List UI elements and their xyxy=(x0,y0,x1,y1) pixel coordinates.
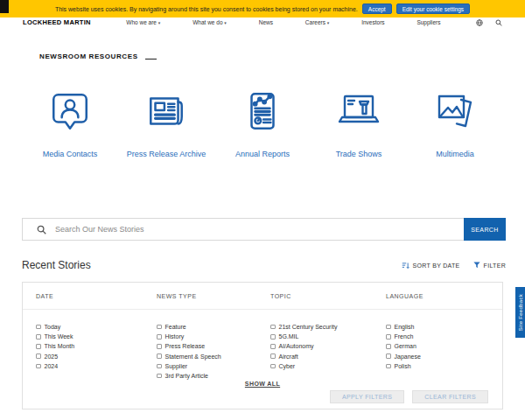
filter-option-21st-century-security[interactable]: 21st Century Security xyxy=(270,322,337,332)
filter-option-label: 3rd Party Article xyxy=(165,373,208,379)
lockheed-martin-logo[interactable]: LOCKHEED MARTIN xyxy=(23,18,91,26)
nav-item-who-we-are[interactable]: Who we are ▾ xyxy=(126,19,160,25)
filter-option-supplier[interactable]: Supplier xyxy=(157,361,221,371)
filter-option-feature[interactable]: Feature xyxy=(157,322,221,332)
apply-filters-button[interactable]: APPLY FILTERS xyxy=(330,390,404,403)
checkbox[interactable] xyxy=(36,325,41,330)
cookie-message: This website uses cookies. By navigating… xyxy=(55,6,358,12)
checkbox[interactable] xyxy=(270,325,276,330)
filter-option-label: 2025 xyxy=(45,354,59,360)
nav-item-what-we-do[interactable]: What we do ▾ xyxy=(192,19,227,25)
checkbox[interactable] xyxy=(157,334,162,340)
filter-option-history[interactable]: History xyxy=(157,332,221,341)
checkbox[interactable] xyxy=(270,364,276,369)
filter-option-2025[interactable]: 2025 xyxy=(36,352,74,361)
nav-item-investors[interactable]: Investors xyxy=(361,19,384,25)
filter-column-header: DATE xyxy=(36,293,74,299)
recent-stories-title: Recent Stories xyxy=(22,259,91,271)
checkbox[interactable] xyxy=(386,354,391,359)
filter-label: FILTER xyxy=(484,262,506,269)
filter-option-press-release[interactable]: Press Release xyxy=(157,341,221,351)
cookie-accept-button[interactable]: Accept xyxy=(362,4,392,14)
filter-option-label: Today xyxy=(45,324,61,330)
site-feedback-tab[interactable]: Site Feedback xyxy=(515,287,525,338)
filter-column-date: DATETodayThis WeekThis Month20252024 xyxy=(36,293,74,371)
filter-option-french[interactable]: French xyxy=(386,332,424,341)
resource-label: Multimedia xyxy=(410,149,500,159)
checkbox[interactable] xyxy=(386,334,391,340)
clear-filters-button[interactable]: CLEAR FILTERS xyxy=(412,390,488,403)
search-input[interactable] xyxy=(55,219,464,240)
filter-option-3rd-party-article[interactable]: 3rd Party Article xyxy=(157,371,221,381)
checkbox[interactable] xyxy=(157,325,162,330)
filter-option-label: English xyxy=(395,324,415,330)
filter-column-topic: TOPIC21st Century Security5G.MILAI/Auton… xyxy=(270,293,337,371)
globe-icon[interactable] xyxy=(476,19,483,26)
trade-shows-icon xyxy=(313,88,404,135)
filter-option-ai-autonomy[interactable]: AI/Autonomy xyxy=(270,341,337,351)
top-nav: LOCKHEED MARTIN Who we are ▾What we do ▾… xyxy=(0,18,525,27)
checkbox[interactable] xyxy=(386,325,391,330)
nav-item-news[interactable]: News xyxy=(259,19,273,25)
filter-option-label: Press Release xyxy=(165,343,206,349)
search-button[interactable]: SEARCH xyxy=(464,218,506,241)
annual-reports-icon xyxy=(217,88,308,135)
filter-option-german[interactable]: German xyxy=(386,341,424,351)
resource-trade-shows[interactable]: Trade Shows xyxy=(313,88,404,171)
nav-item-careers[interactable]: Careers ▾ xyxy=(305,19,329,25)
resource-annual-reports[interactable]: Annual Reports xyxy=(217,88,308,171)
chevron-down-icon: ▾ xyxy=(327,20,330,25)
checkbox[interactable] xyxy=(157,344,162,349)
filter-option-5g-mil[interactable]: 5G.MIL xyxy=(270,332,337,341)
filter-panel-buttons: APPLY FILTERS CLEAR FILTERS xyxy=(330,390,488,403)
filter-option-polish[interactable]: Polish xyxy=(386,361,424,371)
checkbox[interactable] xyxy=(386,364,391,369)
filter-option-today[interactable]: Today xyxy=(36,322,74,332)
nav-item-suppliers[interactable]: Suppliers xyxy=(416,19,440,25)
checkbox[interactable] xyxy=(36,364,41,369)
checkbox[interactable] xyxy=(270,334,276,340)
filter-option-this-month[interactable]: This Month xyxy=(36,341,74,351)
press-release-archive-icon xyxy=(121,88,212,135)
resource-media-contacts[interactable]: Media Contacts xyxy=(24,88,116,171)
filter-control[interactable]: FILTER xyxy=(473,262,506,269)
nav-search-icon[interactable] xyxy=(495,19,502,26)
filter-option-list: EnglishFrenchGermanJapanesePolish xyxy=(386,322,424,371)
filter-option-this-week[interactable]: This Week xyxy=(36,332,74,341)
checkbox[interactable] xyxy=(270,354,276,359)
filter-option-english[interactable]: English xyxy=(386,322,424,332)
checkbox[interactable] xyxy=(36,354,41,359)
sort-by-date-control[interactable]: SORT BY DATE xyxy=(402,262,460,270)
filter-column-language: LANGUAGEEnglishFrenchGermanJapanesePolis… xyxy=(386,293,424,371)
show-all-link[interactable]: SHOW ALL xyxy=(245,381,280,387)
chevron-down-icon: ▾ xyxy=(224,20,227,25)
recent-stories-controls: SORT BY DATE FILTER xyxy=(402,262,506,270)
recent-stories-header: Recent Stories SORT BY DATE FILTER xyxy=(22,257,506,273)
cookie-banner: This website uses cookies. By navigating… xyxy=(0,0,525,18)
checkbox[interactable] xyxy=(157,374,162,379)
filter-option-label: This Week xyxy=(45,333,74,340)
chevron-down-icon: ▾ xyxy=(158,20,161,25)
filter-option-statement-speech[interactable]: Statement & Speech xyxy=(157,352,221,361)
resource-multimedia[interactable]: Multimedia xyxy=(410,88,500,171)
filter-option-cyber[interactable]: Cyber xyxy=(270,361,337,371)
filter-option-label: History xyxy=(165,333,185,340)
cookie-settings-button[interactable]: Edit your cookie settings xyxy=(396,4,470,14)
multimedia-icon xyxy=(410,88,500,135)
nav-icons xyxy=(476,19,502,26)
resource-press-release-archive[interactable]: Press Release Archive xyxy=(121,88,212,171)
nav-items: Who we are ▾What we do ▾NewsCareers ▾Inv… xyxy=(110,19,457,25)
checkbox[interactable] xyxy=(386,344,391,349)
filter-option-aircraft[interactable]: Aircraft xyxy=(270,352,337,361)
newsroom-resources-heading: NEWSROOM RESOURCES xyxy=(39,52,157,60)
checkbox[interactable] xyxy=(157,364,162,369)
filter-option-japanese[interactable]: Japanese xyxy=(386,352,424,361)
checkbox[interactable] xyxy=(36,334,41,340)
sort-by-date-label: SORT BY DATE xyxy=(413,262,460,269)
filter-option-2024[interactable]: 2024 xyxy=(36,361,74,371)
checkbox[interactable] xyxy=(157,354,162,359)
checkbox[interactable] xyxy=(270,344,276,349)
filter-option-label: This Month xyxy=(45,343,75,349)
filter-panel: DATETodayThis WeekThis Month20252024NEWS… xyxy=(22,282,503,410)
checkbox[interactable] xyxy=(36,344,41,349)
